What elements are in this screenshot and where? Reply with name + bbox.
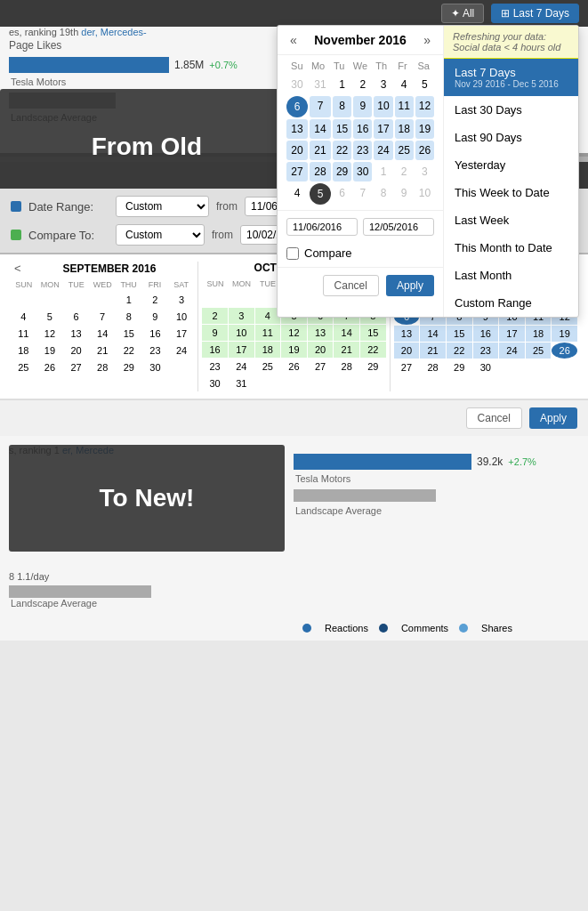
month-day[interactable]: 29 [360, 359, 386, 375]
month-day[interactable]: 21 [420, 343, 446, 359]
compare-select[interactable]: Custom Last 7 Days [116, 224, 205, 246]
cal-day[interactable]: 18 [395, 119, 414, 139]
cal-day[interactable]: 23 [353, 141, 372, 160]
cal-day[interactable]: 29 [333, 162, 351, 181]
month-day[interactable]: 24 [499, 343, 525, 359]
month-day[interactable]: 8 [116, 309, 141, 325]
cal-day[interactable]: 4 [395, 75, 414, 94]
month-day[interactable]: 22 [360, 342, 386, 358]
quick-option-last90[interactable]: Last 90 Days [444, 124, 578, 151]
cal-day[interactable]: 11 [395, 96, 414, 117]
month-day[interactable]: 5 [37, 309, 63, 325]
cal-day[interactable]: 30 [286, 75, 308, 94]
cal-day[interactable]: 3 [415, 162, 434, 181]
month-day[interactable]: 30 [142, 359, 168, 375]
month-day[interactable]: 7 [90, 309, 116, 325]
cal-day[interactable]: 7 [353, 183, 372, 205]
month-day[interactable]: 28 [90, 359, 116, 375]
month-day[interactable]: 11 [11, 326, 36, 342]
cal-day[interactable]: 4 [286, 183, 308, 205]
month-day[interactable]: 16 [202, 342, 228, 358]
quick-option-last7[interactable]: Last 7 Days Nov 29 2016 - Dec 5 2016 [444, 59, 578, 96]
cancel-button[interactable]: Cancel [323, 275, 379, 296]
month-day[interactable]: 20 [308, 342, 334, 358]
rank-link[interactable]: der, Mercedes- [81, 27, 146, 37]
month-day[interactable]: 9 [142, 309, 168, 325]
month-day[interactable]: 6 [63, 309, 89, 325]
month-day[interactable]: 4 [11, 309, 36, 325]
bottom-apply-button[interactable]: Apply [529, 407, 577, 429]
cal-prev-bottom[interactable]: < [11, 262, 25, 275]
cal-day[interactable]: 14 [310, 119, 331, 139]
month-day[interactable]: 31 [229, 375, 254, 391]
cal-day[interactable]: 12 [415, 96, 434, 117]
cal-day-end[interactable]: 5 [310, 183, 331, 205]
month-day[interactable]: 11 [255, 325, 281, 341]
cal-day[interactable]: 28 [310, 162, 331, 181]
month-day[interactable]: 19 [552, 326, 577, 342]
month-day[interactable]: 26 [281, 359, 307, 375]
apply-button[interactable]: Apply [386, 275, 434, 296]
cal-day[interactable]: 5 [415, 75, 434, 94]
month-day[interactable]: 27 [308, 359, 334, 375]
quick-option-yesterday[interactable]: Yesterday [444, 151, 578, 179]
month-day[interactable]: 19 [281, 342, 307, 358]
cal-day[interactable]: 16 [353, 119, 372, 139]
cal-day[interactable]: 6 [333, 183, 351, 205]
cal-day[interactable]: 26 [415, 141, 434, 160]
cal-day[interactable]: 8 [333, 96, 351, 117]
month-day[interactable]: 28 [420, 359, 446, 375]
cal-day[interactable]: 25 [395, 141, 414, 160]
cal-day[interactable]: 9 [395, 183, 414, 205]
date-from-input[interactable] [286, 218, 358, 236]
month-day[interactable]: 15 [360, 325, 386, 341]
cal-day[interactable]: 27 [286, 162, 308, 181]
month-day[interactable]: 12 [37, 326, 63, 342]
compare-checkbox[interactable] [286, 247, 299, 260]
month-day[interactable]: 16 [142, 326, 168, 342]
cal-day[interactable]: 2 [353, 75, 372, 94]
cal-day[interactable]: 3 [374, 75, 392, 94]
month-day[interactable]: 17 [229, 342, 254, 358]
month-day[interactable]: 22 [116, 343, 141, 359]
quick-option-custom[interactable]: Custom Range [444, 289, 578, 317]
cal-next[interactable]: » [418, 33, 436, 47]
month-day[interactable]: 13 [394, 326, 420, 342]
month-day[interactable]: 10 [169, 309, 195, 325]
cal-day[interactable]: 13 [286, 119, 308, 139]
cal-day[interactable]: 30 [353, 162, 372, 181]
month-day[interactable]: 9 [202, 325, 228, 341]
month-day-end[interactable]: 26 [552, 343, 577, 359]
month-day[interactable]: 27 [63, 359, 89, 375]
month-day[interactable]: 10 [229, 325, 254, 341]
cal-day-selected[interactable]: 6 [286, 96, 308, 117]
quick-option-lastweek[interactable]: Last Week [444, 206, 578, 234]
cal-day[interactable]: 19 [415, 119, 434, 139]
cal-day[interactable]: 31 [310, 75, 331, 94]
month-day[interactable]: 14 [420, 326, 446, 342]
month-day[interactable]: 28 [334, 359, 359, 375]
month-day[interactable]: 2 [142, 292, 168, 308]
cal-day[interactable]: 2 [395, 162, 414, 181]
cal-day[interactable]: 1 [374, 162, 392, 181]
month-day[interactable]: 23 [202, 359, 228, 375]
month-day[interactable]: 17 [169, 326, 195, 342]
month-day[interactable]: 15 [447, 326, 472, 342]
month-day[interactable]: 29 [447, 359, 472, 375]
month-day[interactable]: 18 [255, 342, 281, 358]
cal-day[interactable]: 22 [333, 141, 351, 160]
all-button-top[interactable]: ✦ All [441, 4, 484, 23]
month-day[interactable]: 13 [63, 326, 89, 342]
month-day[interactable]: 12 [281, 325, 307, 341]
quick-option-lastmonth[interactable]: Last Month [444, 262, 578, 289]
month-day[interactable]: 25 [11, 359, 36, 375]
cal-day[interactable]: 1 [333, 75, 351, 94]
month-day[interactable]: 26 [37, 359, 63, 375]
cal-day[interactable]: 17 [374, 119, 392, 139]
month-day[interactable]: 15 [116, 326, 141, 342]
month-day[interactable]: 29 [116, 359, 141, 375]
cal-prev[interactable]: « [285, 33, 302, 47]
month-day[interactable]: 27 [394, 359, 420, 375]
month-day[interactable]: 1 [116, 292, 141, 308]
cal-day[interactable]: 7 [310, 96, 331, 117]
